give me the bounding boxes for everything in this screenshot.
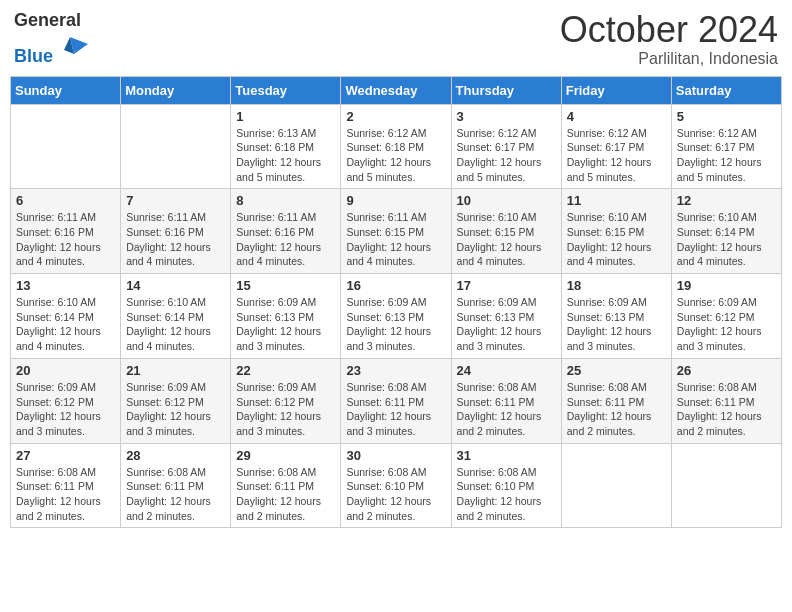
day-number: 13 bbox=[16, 278, 115, 293]
day-number: 12 bbox=[677, 193, 776, 208]
day-number: 15 bbox=[236, 278, 335, 293]
day-number: 10 bbox=[457, 193, 556, 208]
day-info: Sunrise: 6:08 AMSunset: 6:10 PMDaylight:… bbox=[346, 465, 445, 524]
day-info: Sunrise: 6:08 AMSunset: 6:10 PMDaylight:… bbox=[457, 465, 556, 524]
day-number: 20 bbox=[16, 363, 115, 378]
day-number: 24 bbox=[457, 363, 556, 378]
title-block: October 2024 Parlilitan, Indonesia bbox=[560, 10, 778, 68]
weekday-header-monday: Monday bbox=[121, 76, 231, 104]
calendar-cell: 31Sunrise: 6:08 AMSunset: 6:10 PMDayligh… bbox=[451, 443, 561, 528]
day-number: 29 bbox=[236, 448, 335, 463]
day-info: Sunrise: 6:10 AMSunset: 6:15 PMDaylight:… bbox=[567, 210, 666, 269]
day-info: Sunrise: 6:09 AMSunset: 6:12 PMDaylight:… bbox=[16, 380, 115, 439]
day-info: Sunrise: 6:08 AMSunset: 6:11 PMDaylight:… bbox=[677, 380, 776, 439]
calendar-cell: 23Sunrise: 6:08 AMSunset: 6:11 PMDayligh… bbox=[341, 358, 451, 443]
page-header: General Blue October 2024 Parlilitan, In… bbox=[10, 10, 782, 68]
calendar-cell: 17Sunrise: 6:09 AMSunset: 6:13 PMDayligh… bbox=[451, 274, 561, 359]
day-number: 8 bbox=[236, 193, 335, 208]
calendar-cell: 26Sunrise: 6:08 AMSunset: 6:11 PMDayligh… bbox=[671, 358, 781, 443]
day-info: Sunrise: 6:12 AMSunset: 6:18 PMDaylight:… bbox=[346, 126, 445, 185]
day-info: Sunrise: 6:11 AMSunset: 6:15 PMDaylight:… bbox=[346, 210, 445, 269]
day-number: 3 bbox=[457, 109, 556, 124]
calendar-cell: 25Sunrise: 6:08 AMSunset: 6:11 PMDayligh… bbox=[561, 358, 671, 443]
day-number: 7 bbox=[126, 193, 225, 208]
weekday-header-friday: Friday bbox=[561, 76, 671, 104]
calendar-week-3: 13Sunrise: 6:10 AMSunset: 6:14 PMDayligh… bbox=[11, 274, 782, 359]
day-info: Sunrise: 6:10 AMSunset: 6:15 PMDaylight:… bbox=[457, 210, 556, 269]
day-info: Sunrise: 6:09 AMSunset: 6:13 PMDaylight:… bbox=[346, 295, 445, 354]
day-info: Sunrise: 6:09 AMSunset: 6:12 PMDaylight:… bbox=[236, 380, 335, 439]
day-info: Sunrise: 6:12 AMSunset: 6:17 PMDaylight:… bbox=[677, 126, 776, 185]
calendar-cell: 6Sunrise: 6:11 AMSunset: 6:16 PMDaylight… bbox=[11, 189, 121, 274]
day-info: Sunrise: 6:08 AMSunset: 6:11 PMDaylight:… bbox=[346, 380, 445, 439]
calendar-cell: 18Sunrise: 6:09 AMSunset: 6:13 PMDayligh… bbox=[561, 274, 671, 359]
day-info: Sunrise: 6:08 AMSunset: 6:11 PMDaylight:… bbox=[457, 380, 556, 439]
day-number: 22 bbox=[236, 363, 335, 378]
weekday-header-thursday: Thursday bbox=[451, 76, 561, 104]
day-number: 30 bbox=[346, 448, 445, 463]
calendar-cell: 20Sunrise: 6:09 AMSunset: 6:12 PMDayligh… bbox=[11, 358, 121, 443]
day-info: Sunrise: 6:10 AMSunset: 6:14 PMDaylight:… bbox=[677, 210, 776, 269]
calendar-cell: 4Sunrise: 6:12 AMSunset: 6:17 PMDaylight… bbox=[561, 104, 671, 189]
calendar-body: 1Sunrise: 6:13 AMSunset: 6:18 PMDaylight… bbox=[11, 104, 782, 528]
weekday-header-tuesday: Tuesday bbox=[231, 76, 341, 104]
calendar-cell: 21Sunrise: 6:09 AMSunset: 6:12 PMDayligh… bbox=[121, 358, 231, 443]
day-number: 17 bbox=[457, 278, 556, 293]
day-number: 9 bbox=[346, 193, 445, 208]
calendar-cell: 28Sunrise: 6:08 AMSunset: 6:11 PMDayligh… bbox=[121, 443, 231, 528]
day-number: 5 bbox=[677, 109, 776, 124]
calendar-cell: 11Sunrise: 6:10 AMSunset: 6:15 PMDayligh… bbox=[561, 189, 671, 274]
calendar-header: SundayMondayTuesdayWednesdayThursdayFrid… bbox=[11, 76, 782, 104]
calendar-cell: 8Sunrise: 6:11 AMSunset: 6:16 PMDaylight… bbox=[231, 189, 341, 274]
calendar-cell: 10Sunrise: 6:10 AMSunset: 6:15 PMDayligh… bbox=[451, 189, 561, 274]
day-number: 11 bbox=[567, 193, 666, 208]
calendar-cell: 3Sunrise: 6:12 AMSunset: 6:17 PMDaylight… bbox=[451, 104, 561, 189]
calendar-cell: 5Sunrise: 6:12 AMSunset: 6:17 PMDaylight… bbox=[671, 104, 781, 189]
calendar-cell bbox=[561, 443, 671, 528]
calendar-week-5: 27Sunrise: 6:08 AMSunset: 6:11 PMDayligh… bbox=[11, 443, 782, 528]
day-number: 26 bbox=[677, 363, 776, 378]
calendar-table: SundayMondayTuesdayWednesdayThursdayFrid… bbox=[10, 76, 782, 529]
calendar-cell bbox=[11, 104, 121, 189]
day-number: 28 bbox=[126, 448, 225, 463]
logo: General Blue bbox=[14, 10, 90, 67]
day-info: Sunrise: 6:09 AMSunset: 6:12 PMDaylight:… bbox=[126, 380, 225, 439]
day-info: Sunrise: 6:09 AMSunset: 6:13 PMDaylight:… bbox=[457, 295, 556, 354]
day-number: 18 bbox=[567, 278, 666, 293]
day-info: Sunrise: 6:12 AMSunset: 6:17 PMDaylight:… bbox=[567, 126, 666, 185]
calendar-cell: 19Sunrise: 6:09 AMSunset: 6:12 PMDayligh… bbox=[671, 274, 781, 359]
calendar-cell: 22Sunrise: 6:09 AMSunset: 6:12 PMDayligh… bbox=[231, 358, 341, 443]
calendar-cell: 30Sunrise: 6:08 AMSunset: 6:10 PMDayligh… bbox=[341, 443, 451, 528]
day-number: 31 bbox=[457, 448, 556, 463]
day-info: Sunrise: 6:11 AMSunset: 6:16 PMDaylight:… bbox=[236, 210, 335, 269]
day-info: Sunrise: 6:12 AMSunset: 6:17 PMDaylight:… bbox=[457, 126, 556, 185]
weekday-header-sunday: Sunday bbox=[11, 76, 121, 104]
calendar-cell: 15Sunrise: 6:09 AMSunset: 6:13 PMDayligh… bbox=[231, 274, 341, 359]
weekday-header-row: SundayMondayTuesdayWednesdayThursdayFrid… bbox=[11, 76, 782, 104]
day-number: 14 bbox=[126, 278, 225, 293]
day-number: 4 bbox=[567, 109, 666, 124]
logo-blue: Blue bbox=[14, 46, 53, 66]
day-info: Sunrise: 6:11 AMSunset: 6:16 PMDaylight:… bbox=[16, 210, 115, 269]
day-number: 25 bbox=[567, 363, 666, 378]
calendar-cell: 1Sunrise: 6:13 AMSunset: 6:18 PMDaylight… bbox=[231, 104, 341, 189]
month-title: October 2024 bbox=[560, 10, 778, 50]
day-info: Sunrise: 6:08 AMSunset: 6:11 PMDaylight:… bbox=[236, 465, 335, 524]
calendar-cell bbox=[121, 104, 231, 189]
calendar-week-2: 6Sunrise: 6:11 AMSunset: 6:16 PMDaylight… bbox=[11, 189, 782, 274]
calendar-cell: 16Sunrise: 6:09 AMSunset: 6:13 PMDayligh… bbox=[341, 274, 451, 359]
day-number: 19 bbox=[677, 278, 776, 293]
logo-icon bbox=[60, 32, 90, 62]
calendar-cell: 29Sunrise: 6:08 AMSunset: 6:11 PMDayligh… bbox=[231, 443, 341, 528]
calendar-cell: 9Sunrise: 6:11 AMSunset: 6:15 PMDaylight… bbox=[341, 189, 451, 274]
calendar-cell: 13Sunrise: 6:10 AMSunset: 6:14 PMDayligh… bbox=[11, 274, 121, 359]
weekday-header-wednesday: Wednesday bbox=[341, 76, 451, 104]
calendar-cell: 27Sunrise: 6:08 AMSunset: 6:11 PMDayligh… bbox=[11, 443, 121, 528]
calendar-cell: 2Sunrise: 6:12 AMSunset: 6:18 PMDaylight… bbox=[341, 104, 451, 189]
day-number: 1 bbox=[236, 109, 335, 124]
day-number: 27 bbox=[16, 448, 115, 463]
calendar-week-1: 1Sunrise: 6:13 AMSunset: 6:18 PMDaylight… bbox=[11, 104, 782, 189]
calendar-cell bbox=[671, 443, 781, 528]
calendar-week-4: 20Sunrise: 6:09 AMSunset: 6:12 PMDayligh… bbox=[11, 358, 782, 443]
day-number: 2 bbox=[346, 109, 445, 124]
